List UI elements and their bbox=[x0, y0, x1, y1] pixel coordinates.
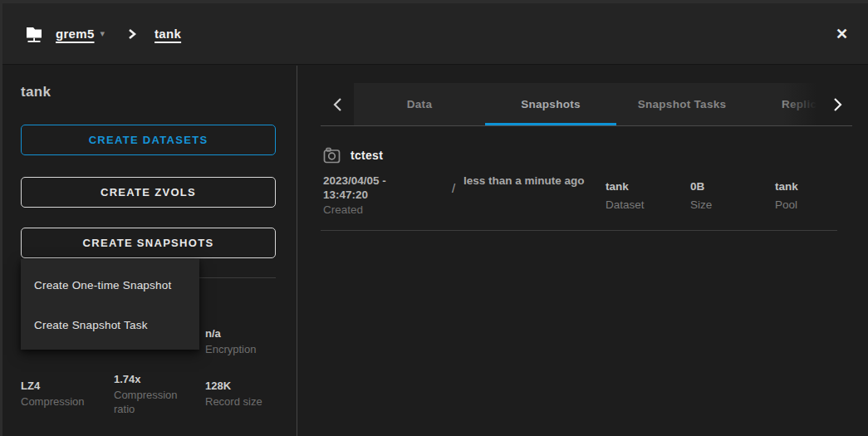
chevron-right-icon bbox=[833, 97, 842, 112]
row-spacer bbox=[594, 174, 606, 217]
create-snapshots-button[interactable]: CREATE SNAPSHOTS bbox=[21, 228, 276, 258]
snapshot-relative-time: less than a minute ago bbox=[463, 174, 594, 217]
stat-record-size: 128K Record size bbox=[205, 379, 288, 409]
tabs-bar: Data Snapshots Snapshot Tasks Replicatio… bbox=[321, 83, 852, 126]
panel-title: tank bbox=[21, 84, 51, 100]
stat-encryption: n/a Encryption bbox=[205, 326, 256, 356]
snapshot-size-cell: 0B Size bbox=[690, 174, 775, 217]
tab-snapshots[interactable]: Snapshots bbox=[485, 83, 616, 125]
close-icon[interactable]: ✕ bbox=[834, 25, 850, 43]
snapshot-pool-cell: tank Pool bbox=[775, 174, 858, 217]
snapshot-group-header: tctest bbox=[323, 145, 383, 165]
dataset-detail-panel: Data Snapshots Snapshot Tasks Replicatio… bbox=[298, 66, 868, 436]
snapshot-dataset-cell: tank Dataset bbox=[606, 174, 690, 217]
create-zvols-button[interactable]: CREATE ZVOLS bbox=[21, 177, 276, 208]
dataset-details-overlay: grem5 ▾ tank ✕ tank CREATE DATASETS CREA… bbox=[2, 3, 868, 436]
dataset-icon bbox=[23, 23, 45, 45]
tab-replication[interactable]: Replication bbox=[748, 83, 823, 125]
tab-snapshot-tasks[interactable]: Snapshot Tasks bbox=[616, 83, 748, 125]
breadcrumb-current-link[interactable]: tank bbox=[154, 27, 181, 41]
stat-compression: LZ4 Compression bbox=[21, 379, 114, 409]
tab-data[interactable]: Data bbox=[354, 83, 485, 125]
caret-down-icon[interactable]: ▾ bbox=[101, 28, 105, 39]
breadcrumb-bar: grem5 ▾ tank ✕ bbox=[2, 3, 868, 65]
camera-icon bbox=[323, 147, 341, 164]
slash-separator: / bbox=[452, 174, 463, 217]
snapshot-row[interactable]: 2023/04/05 - 13:47:20 Created / less tha… bbox=[323, 174, 858, 217]
tabs-scroll-left-button[interactable] bbox=[321, 83, 354, 125]
breadcrumb-root-link[interactable]: grem5 bbox=[56, 27, 95, 41]
stats-row-bottom: LZ4 Compression 1.74x Compression ratio … bbox=[21, 370, 290, 418]
stat-compression-ratio: 1.74x Compression ratio bbox=[114, 372, 205, 416]
chevron-left-icon bbox=[333, 97, 342, 112]
dataset-summary-panel: tank CREATE DATASETS CREATE ZVOLS CREATE… bbox=[2, 66, 297, 436]
snapshot-group-name: tctest bbox=[351, 149, 383, 162]
create-datasets-button[interactable]: CREATE DATASETS bbox=[21, 125, 276, 155]
create-snapshots-menu: Create One-time Snapshot Create Snapshot… bbox=[21, 259, 199, 350]
breadcrumb-chevron-icon bbox=[126, 27, 137, 41]
menu-item-one-time-snapshot[interactable]: Create One-time Snapshot bbox=[21, 265, 199, 305]
tabs-scroll-right-button[interactable] bbox=[823, 83, 852, 125]
snapshot-created-cell: 2023/04/05 - 13:47:20 Created bbox=[323, 174, 452, 217]
row-divider bbox=[321, 230, 837, 231]
tab-strip: Data Snapshots Snapshot Tasks Replicatio… bbox=[354, 83, 823, 125]
menu-item-snapshot-task[interactable]: Create Snapshot Task bbox=[21, 305, 199, 345]
